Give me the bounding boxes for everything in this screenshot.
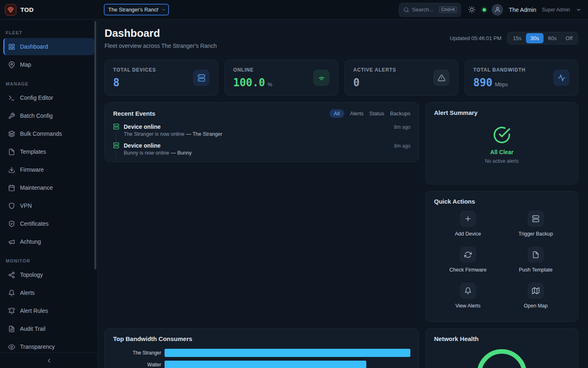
event-row[interactable]: Device online 8m ago Bunny is now online… — [113, 142, 410, 156]
stat-value: 0 — [353, 76, 360, 89]
theme-toggle-button[interactable] — [467, 4, 477, 15]
refresh-icon — [460, 247, 476, 263]
collapse-sidebar-button[interactable] — [0, 352, 98, 368]
topbar: TOD The Stranger's Ranch Search... Cmd+K — [0, 0, 588, 20]
filter-status[interactable]: Status — [369, 110, 384, 117]
user-name: The Admin — [509, 7, 536, 13]
server-icon — [193, 70, 209, 86]
filter-backups[interactable]: Backups — [390, 110, 410, 117]
stat-unit: Mbps — [495, 81, 508, 88]
event-detail: The Stranger is now online — [124, 131, 185, 137]
push-template-button[interactable]: Push Template — [502, 247, 570, 273]
alert-summary-card: Alert Summary All Clear No active alerts — [425, 102, 578, 184]
quick-action-label: Trigger Backup — [519, 231, 553, 237]
status-dot — [483, 8, 486, 11]
sidebar-item-label: Audit Trail — [20, 325, 45, 332]
brand: TOD — [0, 4, 98, 16]
map-icon — [528, 283, 544, 299]
eye-icon — [8, 343, 15, 350]
sidebar-section-monitor: MONITOR — [6, 258, 92, 263]
top-bandwidth-card: Top Bandwidth Consumers The Stranger Wal… — [105, 328, 419, 368]
stat-value: 890 — [473, 76, 492, 89]
plus-icon — [460, 211, 476, 227]
sidebar-item-vpn[interactable]: VPN — [3, 197, 94, 214]
refresh-30s-button[interactable]: 30s — [526, 33, 543, 43]
user-role: Super Admin — [542, 7, 570, 13]
sidebar-item-label: Dashboard — [20, 43, 48, 50]
file-text-icon — [8, 325, 15, 332]
sidebar-item-map[interactable]: Map — [3, 56, 94, 73]
bandwidth-chart: The Stranger Walter — [113, 349, 410, 368]
sidebar-item-label: Alert Rules — [20, 307, 48, 314]
topbar-right: Search... Cmd+K The Admin Super Admin — [399, 3, 581, 17]
sidebar-item-label: Map — [20, 61, 31, 68]
recent-events-card: Recent Events All Alerts Status Backups — [105, 102, 419, 162]
quick-action-label: Add Device — [455, 231, 481, 237]
event-filters: All Alerts Status Backups — [330, 109, 410, 118]
open-map-button[interactable]: Open Map — [502, 283, 570, 309]
sidebar-item-batch-config[interactable]: Batch Config — [3, 107, 94, 124]
page-header: Dashboard Fleet overview across The Stra… — [105, 27, 578, 49]
avatar[interactable] — [492, 4, 503, 16]
user-menu-chevron-down-icon[interactable] — [576, 7, 581, 13]
dashboard-grid-icon — [8, 43, 15, 50]
quick-action-label: Check Firmware — [450, 267, 487, 273]
sidebar-item-firmware[interactable]: Firmware — [3, 161, 94, 178]
quick-action-label: Open Map — [524, 303, 548, 309]
sidebar-item-label: Batch Config — [20, 112, 53, 119]
sidebar-scrollbar[interactable] — [94, 21, 96, 269]
trigger-backup-button[interactable]: Trigger Backup — [502, 211, 570, 237]
event-title: Device online — [124, 142, 160, 149]
network-health-gauge — [477, 349, 527, 368]
sidebar-item-bulk-commands[interactable]: Bulk Commands — [3, 125, 94, 142]
sidebar-item-label: Templates — [20, 148, 46, 155]
terminal-icon — [8, 94, 15, 101]
filter-alerts[interactable]: Alerts — [350, 110, 363, 117]
event-row[interactable]: Device online 8m ago The Stranger is now… — [113, 123, 410, 137]
sidebar-item-alert-rules[interactable]: Alert Rules — [3, 302, 94, 319]
sidebar-item-dashboard[interactable]: Dashboard — [3, 38, 94, 55]
sidebar-item-label: Bulk Commands — [20, 130, 62, 137]
stats-row: TOTAL DEVICES 8 ONLINE 100.0 % — [105, 60, 578, 96]
bar-label: Walter — [113, 362, 161, 368]
sidebar-item-templates[interactable]: Templates — [3, 143, 94, 160]
updated-timestamp: Updated 05:46:01 PM — [450, 35, 501, 41]
calendar-icon — [8, 184, 15, 191]
sidebar-item-config-editor[interactable]: Config Editor — [3, 89, 94, 106]
sidebar-item-topology[interactable]: Topology — [3, 266, 94, 283]
sidebar-item-maintenance[interactable]: Maintenance — [3, 179, 94, 196]
event-time: 8m ago — [394, 143, 410, 149]
network-health-card: Network Health — [425, 328, 578, 368]
add-device-button[interactable]: Add Device — [434, 211, 502, 237]
event-title: Device online — [124, 123, 160, 130]
alert-triangle-icon — [433, 70, 450, 86]
activity-icon — [553, 70, 570, 86]
sidebar-item-audit-trail[interactable]: Audit Trail — [3, 320, 94, 337]
site-selector[interactable]: The Stranger's Ranch — [104, 4, 169, 15]
search-shortcut-badge: Cmd+K — [439, 6, 458, 13]
sidebar-item-certificates[interactable]: Certificates — [3, 215, 94, 232]
sidebar-item-achtung[interactable]: Achtung — [3, 233, 94, 250]
stat-online: ONLINE 100.0 % — [225, 60, 338, 96]
sidebar-item-alerts[interactable]: Alerts — [3, 284, 94, 301]
page-title: Dashboard — [105, 27, 217, 40]
bell-ring-icon — [8, 307, 15, 314]
megaphone-icon — [8, 238, 15, 245]
refresh-off-button[interactable]: Off — [561, 33, 577, 43]
main-content: Dashboard Fleet overview across The Stra… — [98, 20, 588, 368]
check-firmware-button[interactable]: Check Firmware — [434, 247, 502, 273]
alert-summary-status: All Clear — [490, 149, 514, 155]
stat-label: ACTIVE ALERTS — [353, 67, 396, 73]
stat-total-devices: TOTAL DEVICES 8 — [105, 60, 218, 96]
shield-check-icon — [8, 220, 15, 227]
refresh-60s-button[interactable]: 60s — [543, 33, 561, 43]
filter-all[interactable]: All — [330, 109, 344, 118]
quick-action-label: View Alerts — [455, 303, 481, 309]
view-alerts-button[interactable]: View Alerts — [434, 283, 502, 309]
refresh-15s-button[interactable]: 15s — [508, 33, 526, 43]
wifi-icon — [313, 70, 330, 86]
search-input[interactable]: Search... Cmd+K — [399, 3, 461, 17]
sidebar-item-label: Transparency — [20, 343, 55, 350]
stat-label: TOTAL DEVICES — [113, 67, 156, 73]
sidebar-section-fleet: FLEET — [6, 30, 92, 35]
